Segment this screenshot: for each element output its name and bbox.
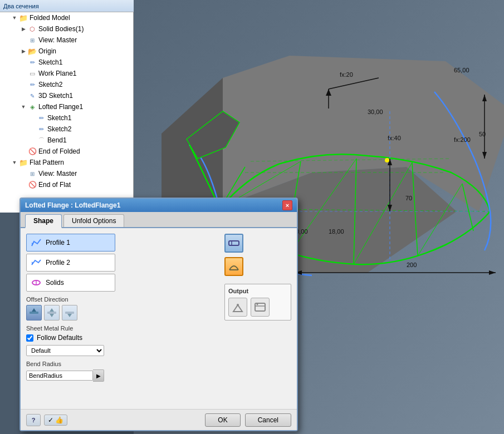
profile1-label: Profile 1 bbox=[46, 239, 70, 246]
footer-right: OK Cancel bbox=[205, 413, 291, 427]
follow-defaults-checkbox[interactable] bbox=[26, 334, 33, 342]
tab-shape[interactable]: Shape bbox=[25, 214, 62, 228]
action-btn-1[interactable] bbox=[224, 234, 243, 253]
dialog-lofted-flange: Lofted Flange : LoftedFlange1 × Shape Un… bbox=[19, 198, 298, 431]
3dsketch-icon: ✎ bbox=[28, 91, 37, 100]
tree-item-view-master-1[interactable]: ▶ ⊞ View: Master bbox=[0, 34, 133, 46]
tree-item-end-flat[interactable]: ▶ 🚫 End of Flat bbox=[0, 179, 133, 190]
tree-label: Flat Pattern bbox=[30, 159, 64, 166]
svg-rect-44 bbox=[30, 312, 38, 314]
sheet-metal-rule-dropdown[interactable]: Default bbox=[26, 345, 104, 356]
sheet-metal-label: Sheet Metal Rule bbox=[26, 325, 219, 332]
bend-radius-expand-button[interactable]: ▶ bbox=[93, 369, 104, 382]
output-label: Output bbox=[228, 288, 287, 294]
offset-buttons bbox=[26, 305, 219, 320]
offset-btn-3[interactable] bbox=[62, 305, 77, 320]
tree-item-sketch1-sub[interactable]: ▶ ✏ Sketch1 bbox=[0, 112, 133, 124]
svg-text:200: 200 bbox=[407, 262, 417, 268]
tree-label: End of Flat bbox=[38, 181, 71, 189]
action-btn-2[interactable] bbox=[224, 257, 243, 276]
svg-point-58 bbox=[257, 304, 258, 305]
tree-item-view-master-2[interactable]: ▶ ⊞ View: Master bbox=[0, 168, 133, 179]
svg-rect-46 bbox=[47, 312, 56, 314]
sketch-icon: ✏ bbox=[37, 114, 46, 122]
follow-defaults-label: Follow Defaults bbox=[37, 334, 82, 342]
error-icon: 🚫 bbox=[28, 147, 37, 156]
offset-btn-2[interactable] bbox=[44, 305, 60, 320]
folder-icon: 📁 bbox=[19, 158, 28, 167]
tree-item-end-folded[interactable]: ▶ 🚫 End of Folded bbox=[0, 146, 133, 157]
svg-point-55 bbox=[237, 304, 239, 306]
tree-item-lofted-flange[interactable]: ▼ ◈ Lofted Flange1 bbox=[0, 101, 133, 112]
tree-item-sketch2-sub[interactable]: ▶ ✏ Sketch2 bbox=[0, 124, 133, 135]
solids-label: Solids bbox=[46, 279, 64, 287]
profile2-button[interactable]: Profile 2 bbox=[26, 254, 115, 272]
dialog-left-panel: Profile 1 Profile 2 bbox=[26, 234, 219, 382]
sketch-icon: ✏ bbox=[37, 125, 46, 134]
sketch-icon: ✏ bbox=[28, 80, 37, 89]
tree-label: 3D Sketch1 bbox=[38, 92, 73, 100]
profile1-button[interactable]: Profile 1 bbox=[26, 234, 115, 251]
tree-label: Bend1 bbox=[47, 136, 67, 144]
svg-text:30,00: 30,00 bbox=[368, 108, 383, 115]
tree-item-folded-model[interactable]: ▼ 📁 Folded Model bbox=[0, 12, 133, 23]
tree-item-flat-pattern[interactable]: ▼ 📁 Flat Pattern bbox=[0, 157, 133, 168]
profile1-icon bbox=[30, 236, 42, 249]
title-text: Два сечения bbox=[3, 3, 39, 9]
tree-label: Origin bbox=[38, 47, 56, 55]
output-section: Output bbox=[224, 284, 291, 320]
svg-text:fx:200: fx:200 bbox=[454, 136, 471, 143]
tab-unfold-options[interactable]: Unfold Options bbox=[63, 214, 124, 227]
bend-radius-label: Bend Radius bbox=[26, 361, 219, 367]
expand-arrow: ▶ bbox=[20, 26, 27, 32]
view-icon: ⊞ bbox=[28, 169, 37, 178]
check-thumb-button[interactable]: ✓ 👍 bbox=[44, 415, 67, 426]
tree-panel: ▼ 📁 Folded Model ▶ ⬡ Solid Bodies(1) ▶ ⊞… bbox=[0, 12, 134, 213]
tree-item-sketch1[interactable]: ▶ ✏ Sketch1 bbox=[0, 57, 133, 68]
tree-item-workplane[interactable]: ▶ ▭ Work Plane1 bbox=[0, 68, 133, 79]
tree-item-3dsketch[interactable]: ▶ ✎ 3D Sketch1 bbox=[0, 90, 133, 101]
output-btn-2[interactable] bbox=[251, 298, 270, 317]
offset-btn-1[interactable] bbox=[26, 305, 42, 320]
footer-left: ? ✓ 👍 bbox=[26, 414, 67, 426]
check-icon: ✓ bbox=[48, 416, 53, 424]
svg-rect-49 bbox=[65, 312, 74, 314]
svg-marker-48 bbox=[50, 314, 54, 317]
profile2-label: Profile 2 bbox=[46, 259, 70, 267]
tree-label: Sketch1 bbox=[38, 58, 62, 66]
bend-radius-input[interactable] bbox=[26, 371, 93, 381]
dialog-title-bar: Lofted Flange : LoftedFlange1 × bbox=[21, 199, 297, 212]
title-bar: Два сечения bbox=[0, 0, 134, 12]
svg-text:70: 70 bbox=[405, 195, 412, 201]
tree-item-origin[interactable]: ▶ 📂 Origin bbox=[0, 46, 133, 57]
folder-icon: 📁 bbox=[19, 13, 28, 22]
help-button[interactable]: ? bbox=[26, 414, 41, 426]
svg-text:65,00: 65,00 bbox=[454, 67, 469, 73]
svg-point-39 bbox=[385, 158, 389, 162]
tree-item-solid-bodies[interactable]: ▶ ⬡ Solid Bodies(1) bbox=[0, 23, 133, 34]
tree-item-bend1[interactable]: ▶ ⌒ Bend1 bbox=[0, 135, 133, 146]
view-icon: ⊞ bbox=[28, 36, 37, 45]
plane-icon: ▭ bbox=[28, 69, 37, 78]
expand-arrow: ▼ bbox=[20, 103, 27, 110]
output-icons bbox=[228, 298, 287, 317]
tree-item-sketch2[interactable]: ▶ ✏ Sketch2 bbox=[0, 79, 133, 90]
tree-label: View: Master bbox=[38, 36, 77, 44]
cancel-button[interactable]: Cancel bbox=[245, 413, 291, 427]
tree-label: Work Plane1 bbox=[38, 70, 76, 77]
output-btn-1[interactable] bbox=[228, 298, 247, 317]
ok-button[interactable]: OK bbox=[205, 413, 240, 427]
folder-icon: 📂 bbox=[28, 47, 37, 56]
svg-text:18,00: 18,00 bbox=[329, 228, 344, 235]
dialog-tabs: Shape Unfold Options bbox=[21, 212, 297, 228]
tree-label: View: Master bbox=[38, 170, 77, 177]
svg-marker-45 bbox=[32, 308, 36, 312]
lofted-icon: ◈ bbox=[28, 102, 37, 111]
solids-button[interactable]: Solids bbox=[26, 274, 115, 292]
svg-text:fx:40: fx:40 bbox=[388, 135, 401, 141]
tree-label: Sketch2 bbox=[38, 81, 62, 88]
tree-label: End of Folded bbox=[38, 147, 80, 155]
dialog-close-button[interactable]: × bbox=[282, 200, 292, 210]
expand-arrow: ▼ bbox=[11, 159, 18, 166]
tree-label: Sketch2 bbox=[47, 125, 71, 133]
